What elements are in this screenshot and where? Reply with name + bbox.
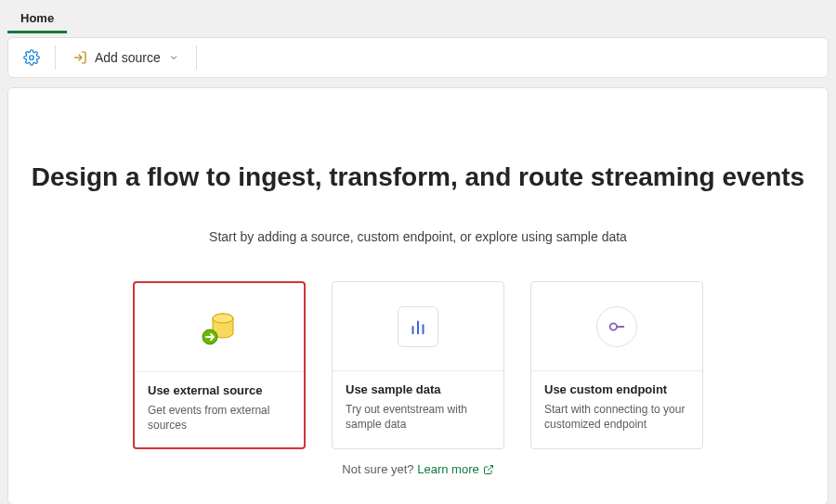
card-external-source[interactable]: Use external source Get events from exte…	[133, 281, 306, 449]
tab-home-label: Home	[20, 11, 54, 25]
card-icon-area	[333, 282, 503, 371]
card-title: Use external source	[148, 383, 291, 397]
footer-help: Not sure yet? Learn more	[8, 462, 828, 476]
add-source-label: Add source	[95, 50, 161, 65]
card-custom-endpoint[interactable]: Use custom endpoint Start with connectin…	[530, 281, 703, 449]
option-cards-row: Use external source Get events from exte…	[8, 281, 828, 449]
external-link-icon	[483, 464, 494, 475]
card-description: Get events from external sources	[148, 403, 291, 433]
learn-more-label: Learn more	[417, 462, 478, 476]
toolbar: Add source	[7, 37, 829, 78]
tab-home[interactable]: Home	[7, 4, 67, 33]
svg-point-8	[610, 323, 617, 330]
card-body: Use custom endpoint Start with connectin…	[531, 371, 702, 446]
card-icon-area	[135, 283, 304, 372]
enter-icon	[72, 50, 87, 65]
toolbar-separator	[55, 45, 56, 70]
toolbar-separator-2	[196, 45, 197, 70]
page-title: Design a flow to ingest, transform, and …	[8, 162, 828, 192]
card-description: Try out eventstream with sample data	[346, 402, 490, 432]
card-body: Use external source Get events from exte…	[135, 372, 304, 447]
svg-point-3	[213, 314, 233, 323]
card-title: Use sample data	[346, 382, 490, 396]
endpoint-tile	[596, 306, 637, 347]
chevron-down-icon	[168, 52, 179, 63]
settings-button[interactable]	[18, 44, 46, 71]
svg-point-0	[30, 56, 34, 60]
add-source-button[interactable]: Add source	[65, 46, 187, 69]
footer-prompt: Not sure yet?	[342, 462, 413, 476]
chart-tile	[398, 306, 438, 347]
card-icon-area	[531, 282, 702, 371]
database-arrow-icon	[195, 304, 243, 352]
svg-line-10	[488, 465, 493, 471]
tab-bar: Home	[0, 0, 836, 33]
bar-chart-icon	[408, 317, 428, 337]
gear-icon	[23, 49, 40, 66]
card-title: Use custom endpoint	[544, 382, 689, 396]
learn-more-link[interactable]: Learn more	[417, 462, 493, 476]
card-sample-data[interactable]: Use sample data Try out eventstream with…	[332, 281, 504, 449]
main-content: Design a flow to ingest, transform, and …	[7, 87, 829, 504]
card-description: Start with connecting to your customized…	[544, 402, 689, 432]
card-body: Use sample data Try out eventstream with…	[333, 371, 503, 446]
endpoint-icon	[607, 317, 627, 337]
page-subtitle: Start by adding a source, custom endpoin…	[8, 229, 828, 244]
